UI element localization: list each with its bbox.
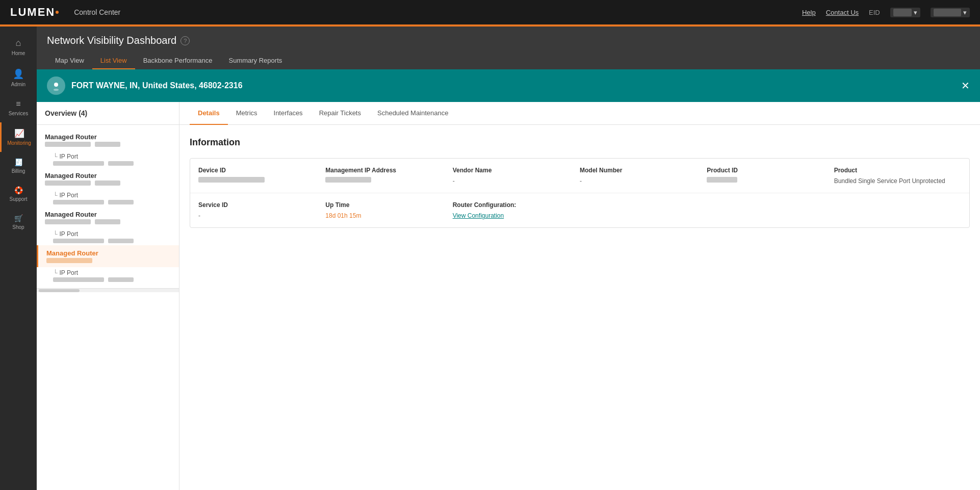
tab-details[interactable]: Details — [190, 102, 228, 125]
service-id-label: Service ID — [198, 201, 325, 209]
router-config-label: Router Configuration: — [453, 201, 580, 209]
router-id2-redacted — [95, 219, 120, 224]
list-item[interactable]: Managed Router — [37, 207, 179, 228]
tab-summary-reports[interactable]: Summary Reports — [221, 53, 291, 69]
device-id-cell: Device ID — [198, 167, 325, 185]
model-number-value: - — [580, 177, 582, 185]
information-table: Device ID Management IP Address Vendor N… — [190, 158, 970, 228]
service-id-cell: Service ID - — [198, 201, 325, 219]
empty-cell-2 — [707, 201, 834, 219]
logo-dot — [56, 11, 59, 14]
close-banner-button[interactable]: ✕ — [961, 80, 970, 92]
services-icon: ≡ — [16, 99, 20, 109]
tab-scheduled-maintenance[interactable]: Scheduled Maintenance — [369, 102, 457, 125]
help-circle-icon[interactable]: ? — [180, 36, 190, 45]
view-configuration-link[interactable]: View Configuration — [453, 212, 504, 219]
eid-label: EID — [869, 9, 880, 16]
location-banner: FORT WAYNE, IN, United States, 46802-231… — [37, 69, 980, 102]
sidebar-label-home: Home — [12, 50, 25, 56]
vendor-name-cell: Vendor Name - — [453, 167, 580, 185]
list-item[interactable]: └IP Port — [37, 151, 179, 168]
vendor-name-value: - — [453, 177, 455, 185]
content-area: Network Visibility Dashboard ? Map View … — [37, 27, 980, 490]
tab-repair-tickets[interactable]: Repair Tickets — [311, 102, 369, 125]
tab-interfaces[interactable]: Interfaces — [266, 102, 311, 125]
list-item[interactable]: └IP Port — [37, 267, 179, 284]
contact-us-link[interactable]: Contact Us — [826, 9, 859, 16]
router-name: Managed Router — [45, 172, 171, 179]
header-tabs: Map View List View Backbone Performance … — [47, 53, 970, 69]
info-row-1: Device ID Management IP Address Vendor N… — [190, 159, 969, 193]
sidebar-label-support: Support — [9, 196, 27, 202]
svg-point-1 — [54, 89, 59, 91]
product-id-value-redacted — [707, 177, 737, 183]
sidebar-item-billing[interactable]: 🧾 Billing — [0, 152, 37, 180]
scrollbar-thumb — [39, 289, 80, 292]
top-nav-right: Help Contact Us EID •••••••• ▾ •••••••••… — [802, 8, 970, 17]
product-id-label: Product ID — [707, 167, 834, 174]
device-id-label: Device ID — [198, 167, 325, 174]
sidebar-label-billing: Billing — [12, 168, 25, 174]
uptime-cell: Up Time 18d 01h 15m — [325, 201, 452, 219]
eid-value: •••••••• ▾ — [890, 8, 920, 17]
router-id-redacted — [45, 180, 91, 186]
account-value[interactable]: •••••••••••• ▾ — [931, 8, 970, 17]
tab-metrics[interactable]: Metrics — [228, 102, 266, 125]
page-title: Network Visibility Dashboard — [47, 35, 176, 46]
list-item[interactable]: └IP Port — [37, 228, 179, 245]
monitoring-icon: 📈 — [14, 128, 24, 138]
ip2-redacted — [108, 277, 134, 282]
help-link[interactable]: Help — [802, 9, 816, 16]
ip2-redacted — [108, 161, 134, 166]
tab-backbone-performance[interactable]: Backbone Performance — [135, 53, 221, 69]
list-item[interactable]: Managed Router — [37, 168, 179, 190]
overview-panel: Overview (4) Managed Router └IP Port — [37, 102, 179, 490]
billing-icon: 🧾 — [14, 158, 23, 166]
main-content: Overview (4) Managed Router └IP Port — [37, 102, 980, 490]
logo-text: LUMEN — [10, 6, 55, 19]
product-cell: Product Bundled Single Service Port Unpr… — [834, 167, 961, 185]
info-row-2: Service ID - Up Time 18d 01h 15m Router … — [190, 193, 969, 227]
horizontal-scrollbar[interactable] — [37, 288, 179, 292]
management-ip-cell: Management IP Address — [325, 167, 452, 185]
ip-redacted — [53, 161, 104, 166]
sidebar-label-monitoring: Monitoring — [7, 140, 31, 146]
ip-port-label: └IP Port — [53, 153, 171, 160]
main-layout: ⌂ Home 👤 Admin ≡ Services 📈 Monitoring 🧾… — [0, 27, 980, 490]
router-id2-redacted — [95, 180, 120, 186]
ip-redacted — [53, 277, 104, 282]
sidebar-item-admin[interactable]: 👤 Admin — [0, 62, 37, 93]
ip-port-label: └IP Port — [53, 192, 171, 199]
sidebar-item-services[interactable]: ≡ Services — [0, 93, 37, 122]
location-pin-icon — [51, 81, 61, 91]
uptime-value: 18d 01h 15m — [325, 212, 361, 219]
list-item[interactable]: Managed Router — [37, 129, 179, 151]
management-ip-label: Management IP Address — [325, 167, 452, 174]
model-number-cell: Model Number - — [580, 167, 707, 185]
admin-icon: 👤 — [13, 68, 24, 80]
list-item[interactable]: Managed Router — [37, 245, 179, 267]
support-icon: 🛟 — [14, 186, 23, 194]
tab-list-view[interactable]: List View — [92, 53, 135, 69]
sidebar-item-monitoring[interactable]: 📈 Monitoring — [0, 122, 37, 152]
tab-map-view[interactable]: Map View — [47, 53, 92, 69]
detail-tabs: Details Metrics Interfaces Repair Ticket… — [179, 102, 980, 125]
sidebar-item-home[interactable]: ⌂ Home — [0, 32, 37, 62]
left-sidebar: ⌂ Home 👤 Admin ≡ Services 📈 Monitoring 🧾… — [0, 27, 37, 490]
router-name-selected: Managed Router — [46, 249, 171, 257]
svg-point-0 — [54, 83, 58, 87]
product-value: Bundled Single Service Port Unprotected — [834, 177, 945, 185]
ip-port-label: └IP Port — [53, 269, 171, 276]
empty-cell-1 — [580, 201, 707, 219]
location-avatar — [47, 76, 65, 95]
sidebar-item-support[interactable]: 🛟 Support — [0, 180, 37, 208]
sidebar-item-shop[interactable]: 🛒 Shop — [0, 208, 37, 236]
top-navigation: LUMEN Control Center Help Contact Us EID… — [0, 0, 980, 24]
model-number-label: Model Number — [580, 167, 707, 174]
list-item[interactable]: └IP Port — [37, 190, 179, 207]
accent-bar — [0, 24, 980, 27]
location-text: FORT WAYNE, IN, United States, 46802-231… — [71, 81, 955, 90]
overview-header: Overview (4) — [37, 102, 179, 125]
empty-cell-3 — [834, 201, 961, 219]
product-label: Product — [834, 167, 961, 174]
